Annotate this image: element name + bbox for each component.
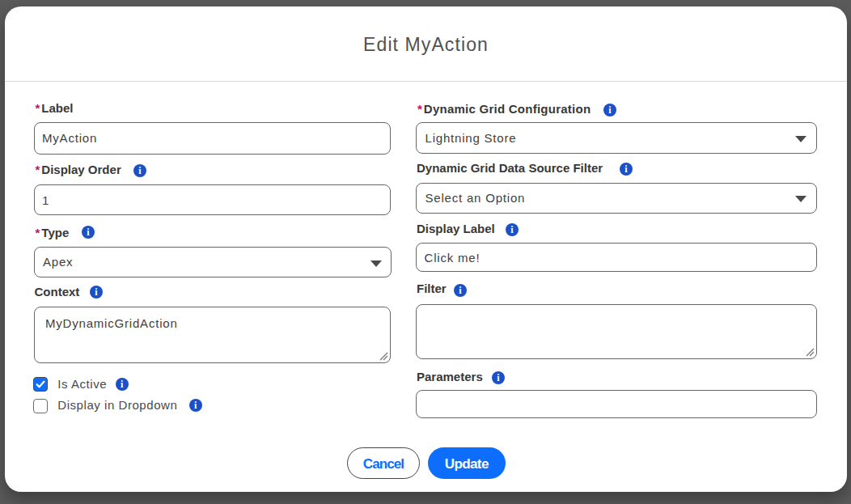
svg-text:i: i	[121, 379, 124, 390]
svg-text:i: i	[194, 400, 197, 411]
